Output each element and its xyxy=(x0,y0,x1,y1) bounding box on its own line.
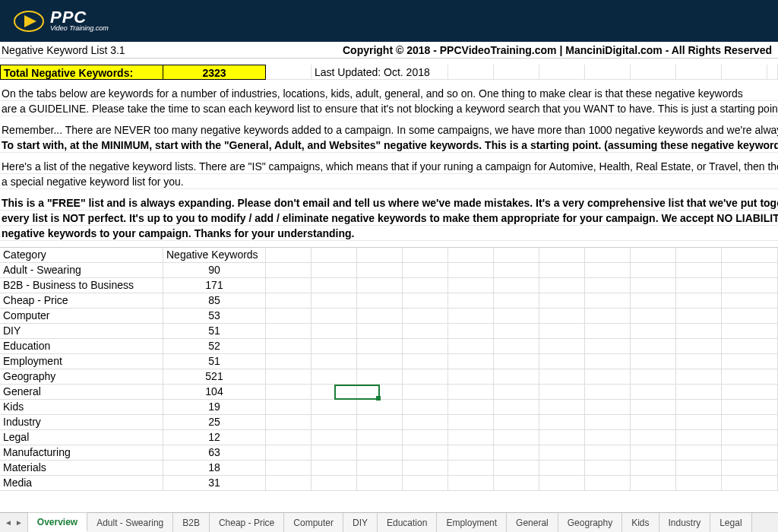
tab-education[interactable]: Education xyxy=(378,513,437,532)
remember-line-1: Remember... There are NEVER too many neg… xyxy=(0,122,778,138)
cell-category[interactable]: Kids xyxy=(0,400,163,415)
cell-count[interactable]: 51 xyxy=(163,354,266,369)
category-table: Category Negative Keywords Adult - Swear… xyxy=(0,247,778,491)
tab-nav-arrows[interactable]: ◄ ► xyxy=(0,513,28,532)
tab-legal[interactable]: Legal xyxy=(710,513,751,532)
header-banner: PPC Video Training.com xyxy=(0,0,778,42)
table-row[interactable]: Adult - Swearing90 xyxy=(0,263,778,278)
cell-category[interactable]: Education xyxy=(0,339,163,354)
cell-category[interactable]: General xyxy=(0,385,163,400)
table-row[interactable]: Geography521 xyxy=(0,369,778,385)
intro-line-2: are a GUIDELINE. Please take the time to… xyxy=(0,101,778,116)
table-row[interactable]: Cheap - Price85 xyxy=(0,293,778,309)
tab-next-icon[interactable]: ► xyxy=(15,518,23,527)
tab-b2b[interactable]: B2B xyxy=(173,513,210,532)
cell-category[interactable]: DIY xyxy=(0,324,163,339)
cell-count[interactable]: 19 xyxy=(163,400,266,415)
tab-computer[interactable]: Computer xyxy=(284,513,343,532)
remember-line-2: To start with, at the MINIMUM, start wit… xyxy=(0,138,778,153)
tab-adult-swearing[interactable]: Adult - Swearing xyxy=(87,513,173,532)
table-row[interactable]: Industry25 xyxy=(0,415,778,430)
cell-category[interactable]: Materials xyxy=(0,461,163,476)
table-row[interactable]: Computer53 xyxy=(0,309,778,324)
cell-category[interactable]: Legal xyxy=(0,430,163,445)
cell-count[interactable]: 63 xyxy=(163,445,266,461)
svg-marker-1 xyxy=(24,15,36,27)
cell-category[interactable]: Adult - Swearing xyxy=(0,263,163,278)
table-row[interactable]: DIY51 xyxy=(0,324,778,339)
total-label: Total Negative Keywords: xyxy=(0,65,163,80)
cell-category[interactable]: B2B - Business to Business xyxy=(0,278,163,293)
cell-count[interactable]: 51 xyxy=(163,324,266,339)
disclaimer-1: This is a "FREE" list and is always expa… xyxy=(0,195,778,211)
cell-count[interactable]: 90 xyxy=(163,263,266,278)
table-row[interactable]: Kids19 xyxy=(0,400,778,415)
table-row[interactable]: Education52 xyxy=(0,339,778,354)
tab-employment[interactable]: Employment xyxy=(437,513,507,532)
intro-line-1: On the tabs below are keywords for a num… xyxy=(0,86,778,101)
cell-count[interactable]: 104 xyxy=(163,385,266,400)
tab-overview[interactable]: Overview xyxy=(28,512,87,532)
cell-count[interactable]: 25 xyxy=(163,415,266,430)
sheet-title: Negative Keyword List 3.1 xyxy=(0,44,125,56)
cell-category[interactable]: Industry xyxy=(0,415,163,430)
header-category: Category xyxy=(0,248,163,263)
table-row[interactable]: General104 xyxy=(0,385,778,400)
logo: PPC Video Training.com xyxy=(14,9,109,33)
table-header-row: Category Negative Keywords xyxy=(0,248,778,263)
tab-diy[interactable]: DIY xyxy=(343,513,378,532)
cell-count[interactable]: 85 xyxy=(163,293,266,309)
table-row[interactable]: Legal12 xyxy=(0,430,778,445)
header-count: Negative Keywords xyxy=(163,248,266,263)
cell-count[interactable]: 171 xyxy=(163,278,266,293)
table-row[interactable]: Employment51 xyxy=(0,354,778,369)
logo-main-text: PPC xyxy=(50,10,109,25)
cell-category[interactable]: Cheap - Price xyxy=(0,293,163,309)
cell-category[interactable]: Manufacturing xyxy=(0,445,163,461)
cell-count[interactable]: 18 xyxy=(163,461,266,476)
cell-category[interactable]: Employment xyxy=(0,354,163,369)
cell-count[interactable]: 53 xyxy=(163,309,266,324)
disclaimer-3: negative keywords to your campaign. Than… xyxy=(0,226,778,241)
list-intro-2: a special negative keyword list for you. xyxy=(0,174,778,189)
tab-industry[interactable]: Industry xyxy=(659,513,711,532)
copyright-text: Copyright © 2018 - PPCVideoTraining.com … xyxy=(343,44,778,56)
cell-category[interactable]: Media xyxy=(0,476,163,491)
cell-category[interactable]: Geography xyxy=(0,369,163,385)
table-row[interactable]: Manufacturing63 xyxy=(0,445,778,461)
tab-cheap-price[interactable]: Cheap - Price xyxy=(210,513,284,532)
logo-sub-text: Video Training.com xyxy=(50,24,109,32)
spreadsheet-body: Total Negative Keywords: 2323 Last Updat… xyxy=(0,59,778,491)
logo-icon xyxy=(14,9,46,33)
summary-row: Total Negative Keywords: 2323 Last Updat… xyxy=(0,65,778,80)
cell-count[interactable]: 52 xyxy=(163,339,266,354)
disclaimer-2: every list is NOT perfect. It's up to yo… xyxy=(0,211,778,226)
tab-geography[interactable]: Geography xyxy=(558,513,622,532)
tab-prev-icon[interactable]: ◄ xyxy=(5,518,12,527)
last-updated: Last Updated: Oct. 2018 xyxy=(312,65,448,80)
sheet-tabs: ◄ ► OverviewAdult - SwearingB2BCheap - P… xyxy=(0,512,778,532)
table-row[interactable]: Media31 xyxy=(0,476,778,491)
total-value: 2323 xyxy=(163,65,266,80)
table-row[interactable]: Materials18 xyxy=(0,461,778,476)
cell-count[interactable]: 12 xyxy=(163,430,266,445)
list-intro-1: Here's a list of the negative keyword li… xyxy=(0,159,778,174)
table-row[interactable]: B2B - Business to Business171 xyxy=(0,278,778,293)
cell-count[interactable]: 521 xyxy=(163,369,266,385)
tab-general[interactable]: General xyxy=(507,513,558,532)
cell-category[interactable]: Computer xyxy=(0,309,163,324)
tab-kids[interactable]: Kids xyxy=(622,513,659,532)
title-row: Negative Keyword List 3.1 Copyright © 20… xyxy=(0,42,778,59)
cell-count[interactable]: 31 xyxy=(163,476,266,491)
